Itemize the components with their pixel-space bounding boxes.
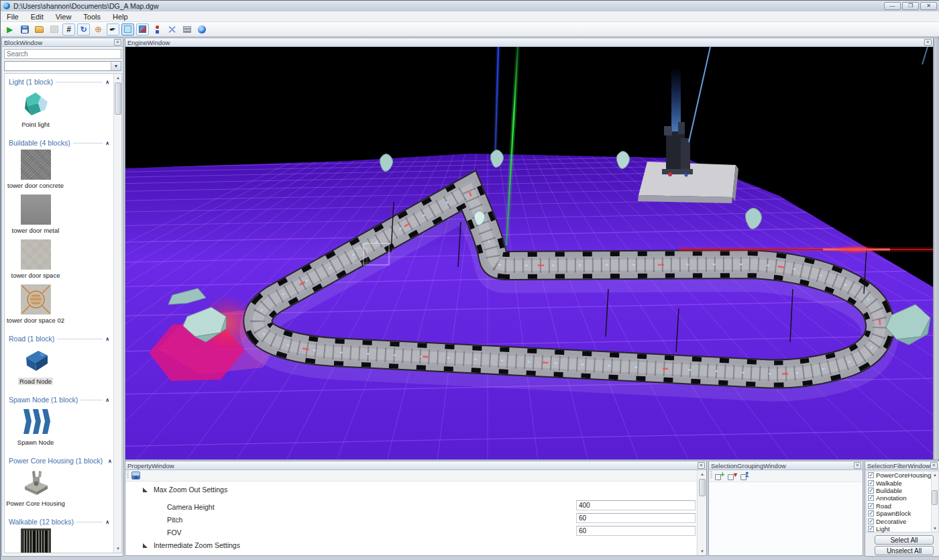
search-input[interactable] bbox=[4, 49, 121, 59]
property-window-header[interactable]: PropertyWindow ✕ bbox=[125, 461, 706, 470]
selection-filter-header[interactable]: SelectionFilterWindow ✕ bbox=[865, 461, 939, 470]
menu-help[interactable]: Help bbox=[107, 11, 134, 22]
expanded-triangle-icon[interactable] bbox=[143, 543, 148, 548]
property-toolbar bbox=[125, 470, 706, 482]
block-item[interactable]: tower door space bbox=[10, 239, 61, 279]
filter-row[interactable]: Walkable bbox=[867, 479, 938, 486]
block-window-close-icon[interactable]: ✕ bbox=[114, 39, 121, 46]
engine-window-close-icon[interactable]: ✕ bbox=[924, 39, 932, 46]
scroll-up-icon[interactable]: ▲ bbox=[699, 471, 706, 478]
block-window-header[interactable]: BlockWindow ✕ bbox=[2, 38, 123, 47]
grip-handle-icon[interactable] bbox=[710, 471, 712, 480]
minimize-button[interactable]: — bbox=[884, 2, 901, 10]
block-list-scrollbar[interactable]: ▲ ▼ bbox=[113, 74, 121, 553]
select-all-button[interactable]: Select All bbox=[875, 535, 934, 545]
block-item[interactable]: Road Node bbox=[10, 345, 61, 385]
collapse-chevron-icon[interactable]: ∧ bbox=[105, 519, 109, 525]
property-scrollbar[interactable]: ▲ ▼ bbox=[697, 470, 706, 555]
pitch-input[interactable] bbox=[576, 513, 696, 523]
block-item[interactable]: tower door space 02 bbox=[10, 284, 61, 324]
scroll-thumb[interactable] bbox=[115, 82, 121, 115]
engine-viewport[interactable] bbox=[125, 47, 933, 459]
scroll-up-icon[interactable]: ▲ bbox=[932, 471, 938, 478]
engine-window-header[interactable]: EngineWindow ✕ bbox=[125, 38, 933, 47]
fov-input[interactable] bbox=[576, 526, 696, 536]
orbit-icon[interactable]: ↻ bbox=[77, 23, 90, 36]
block-item[interactable]: city lid 01 bbox=[10, 528, 61, 553]
unselect-all-button[interactable]: Unselect All bbox=[875, 546, 934, 555]
category-spawn-node: Spawn Node (1 block)∧ Spawn Node bbox=[9, 396, 109, 453]
filter-row[interactable]: Road bbox=[867, 502, 938, 510]
collapse-chevron-icon[interactable]: ∧ bbox=[108, 458, 112, 464]
scroll-down-icon[interactable]: ▼ bbox=[115, 545, 121, 552]
collapse-chevron-icon[interactable]: ∧ bbox=[105, 397, 109, 403]
export-block-icon[interactable] bbox=[136, 23, 149, 36]
menu-tools[interactable]: Tools bbox=[77, 11, 107, 22]
filter-row[interactable]: PowerCoreHousing bbox=[867, 471, 938, 479]
image-icon[interactable] bbox=[48, 23, 60, 36]
grouping-list-empty[interactable] bbox=[709, 482, 863, 555]
property-window-close-icon[interactable]: ✕ bbox=[698, 462, 705, 469]
block-item[interactable]: Power Core Housing bbox=[10, 467, 61, 507]
scroll-thumb[interactable] bbox=[699, 479, 706, 496]
close-button[interactable]: ✕ bbox=[920, 2, 937, 10]
filter-scrollbar[interactable]: ▲ ▼ bbox=[931, 471, 938, 532]
restore-button[interactable]: ❐ bbox=[902, 2, 919, 10]
remove-group-icon[interactable]: ▾ bbox=[727, 471, 737, 481]
checkbox-checked-icon[interactable] bbox=[868, 488, 874, 494]
group-intermediate-zoom[interactable]: Intermediate Zoom Settings bbox=[143, 541, 240, 549]
grid-list-icon[interactable] bbox=[180, 23, 193, 36]
scroll-down-icon[interactable]: ▼ bbox=[932, 525, 938, 532]
block-item[interactable]: Point light bbox=[10, 89, 61, 128]
block-item[interactable]: tower door concrete bbox=[10, 150, 61, 189]
filter-row[interactable]: Buildable bbox=[867, 487, 938, 494]
collapse-chevron-icon[interactable]: ∧ bbox=[105, 336, 109, 342]
filter-row[interactable]: Light bbox=[867, 525, 938, 533]
checkbox-checked-icon[interactable] bbox=[868, 526, 874, 532]
scroll-thumb[interactable] bbox=[932, 490, 938, 505]
checkbox-checked-icon[interactable] bbox=[868, 495, 874, 501]
play-icon[interactable]: ▶ bbox=[3, 23, 16, 36]
group-max-zoom-out[interactable]: Max Zoom Out Settings bbox=[143, 486, 227, 494]
selection-filter-close-icon[interactable]: ✕ bbox=[930, 462, 938, 469]
engine-right-scrollbar[interactable] bbox=[934, 38, 939, 460]
collapse-chevron-icon[interactable]: ∧ bbox=[105, 140, 109, 146]
scroll-up-icon[interactable]: ▲ bbox=[115, 74, 121, 81]
filter-row[interactable]: Decorative bbox=[867, 517, 938, 524]
draw-pen-icon[interactable]: ✒ bbox=[107, 23, 119, 36]
add-group-icon[interactable]: + bbox=[714, 471, 724, 481]
chevron-down-icon[interactable]: ▼ bbox=[111, 62, 121, 70]
block-item[interactable]: Spawn Node bbox=[10, 406, 61, 446]
checkbox-checked-icon[interactable] bbox=[868, 480, 874, 486]
select-area-icon[interactable] bbox=[121, 23, 134, 36]
menu-file[interactable]: File bbox=[1, 11, 25, 22]
info-icon[interactable] bbox=[195, 23, 208, 36]
selection-grouping-header[interactable]: SelectionGroupingWindow ✕ bbox=[709, 461, 863, 470]
menu-view[interactable]: View bbox=[50, 11, 78, 22]
collapse-chevron-icon[interactable]: ∧ bbox=[105, 79, 109, 85]
grip-handle-icon[interactable] bbox=[127, 471, 129, 480]
move-group-icon[interactable]: ↥ bbox=[740, 471, 750, 481]
waypoint-icon[interactable] bbox=[151, 23, 164, 36]
block-item[interactable]: tower door metal bbox=[10, 194, 61, 234]
block-window-title: BlockWindow bbox=[4, 39, 42, 46]
image-picker-icon[interactable] bbox=[131, 471, 140, 480]
checkbox-checked-icon[interactable] bbox=[868, 510, 874, 516]
grid-snap-icon[interactable]: # bbox=[62, 23, 75, 36]
checkbox-checked-icon[interactable] bbox=[868, 503, 874, 509]
selection-grouping-close-icon[interactable]: ✕ bbox=[854, 462, 861, 469]
filter-row[interactable]: SpawnBlock bbox=[867, 510, 938, 517]
menu-edit[interactable]: Edit bbox=[25, 11, 50, 22]
camera-height-input[interactable] bbox=[576, 500, 696, 510]
checkbox-checked-icon[interactable] bbox=[868, 518, 874, 524]
save-icon[interactable] bbox=[18, 23, 31, 36]
filter-row[interactable]: Annotation bbox=[867, 494, 938, 502]
expanded-triangle-icon[interactable] bbox=[143, 488, 148, 492]
scroll-down-icon[interactable]: ▼ bbox=[699, 548, 706, 555]
category-filter-dropdown[interactable]: ▼ bbox=[4, 61, 121, 71]
wire-sphere-icon[interactable]: ⊕ bbox=[92, 23, 105, 36]
block-list[interactable]: Light (1 block)∧ Point light bbox=[4, 73, 122, 553]
open-folder-icon[interactable] bbox=[33, 23, 46, 36]
checkbox-checked-icon[interactable] bbox=[868, 472, 874, 478]
shuffle-icon[interactable]: ⤬ bbox=[166, 23, 178, 36]
